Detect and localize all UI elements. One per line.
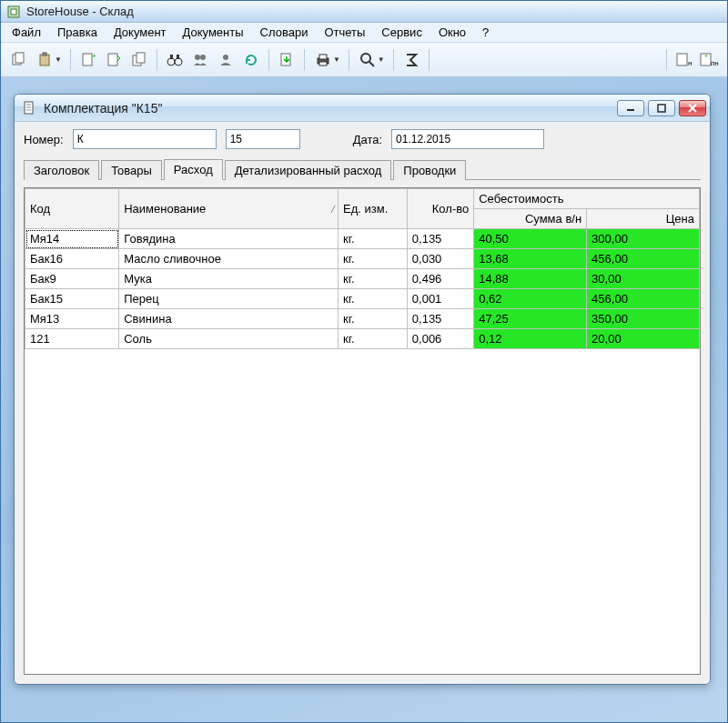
print-icon[interactable]: ▼ xyxy=(310,48,343,72)
cell-name[interactable]: Говядина xyxy=(119,229,339,249)
tab-3[interactable]: Детализированный расход xyxy=(225,160,392,180)
table-row[interactable]: Бак15Перецкг.0,0010,62456,00 xyxy=(25,289,700,309)
cell-price[interactable]: 350,00 xyxy=(587,309,700,329)
svg-text:н: н xyxy=(688,59,692,67)
cell-unit[interactable]: кг. xyxy=(339,329,408,349)
cell-unit[interactable]: кг. xyxy=(339,269,408,289)
cell-code[interactable]: Бак15 xyxy=(25,289,119,309)
cell-qty[interactable]: 0,135 xyxy=(407,309,473,329)
cell-price[interactable]: 456,00 xyxy=(587,289,700,309)
cell-unit[interactable]: кг. xyxy=(339,289,408,309)
tab-1[interactable]: Товары xyxy=(101,160,162,180)
cell-code[interactable]: Мя13 xyxy=(25,309,119,329)
zoom-icon[interactable]: ▼ xyxy=(355,48,388,72)
new-doc-plus-icon[interactable]: + xyxy=(76,48,100,72)
menu-dictionaries[interactable]: Словари xyxy=(253,24,316,41)
menu-service[interactable]: Сервис xyxy=(374,24,430,41)
cell-unit[interactable]: кг. xyxy=(339,229,408,249)
table-row[interactable]: 121Солькг.0,0060,1220,00 xyxy=(25,329,700,349)
number-prefix-input[interactable] xyxy=(73,129,217,149)
table-row[interactable]: Бак16Масло сливочноекг.0,03013,68456,00 xyxy=(25,249,700,269)
col-header-cost-group[interactable]: Себестоимость xyxy=(474,189,700,209)
cell-price[interactable]: 30,00 xyxy=(587,269,700,289)
users-icon[interactable] xyxy=(188,48,212,72)
toolbar-separator xyxy=(70,49,71,71)
dropdown-caret-icon: ▼ xyxy=(55,55,62,64)
binoculars-icon[interactable] xyxy=(163,48,187,72)
cell-sum[interactable]: 0,12 xyxy=(474,329,587,349)
cell-name[interactable]: Свинина xyxy=(119,309,339,329)
table-row[interactable]: Мя14Говядинакг.0,13540,50300,00 xyxy=(25,229,700,249)
cell-sum[interactable]: 47,25 xyxy=(474,309,587,329)
cell-qty[interactable]: 0,006 xyxy=(407,329,473,349)
refresh-icon[interactable] xyxy=(239,48,263,72)
cell-code[interactable]: Бак9 xyxy=(25,269,119,289)
cell-sum[interactable]: 14,88 xyxy=(474,269,587,289)
col-header-code[interactable]: Код xyxy=(25,189,119,229)
cell-sum[interactable]: 0,62 xyxy=(474,289,587,309)
cell-sum[interactable]: 40,50 xyxy=(474,229,587,249)
tab-0[interactable]: Заголовок xyxy=(24,160,99,180)
doc-pn-icon[interactable]: +пн xyxy=(698,48,722,72)
cell-sum[interactable]: 13,68 xyxy=(474,249,587,269)
cell-name[interactable]: Перец xyxy=(119,289,339,309)
menu-help[interactable]: ? xyxy=(475,24,496,41)
cell-code[interactable]: 121 xyxy=(25,329,119,349)
cell-unit[interactable]: кг. xyxy=(339,309,408,329)
minimize-button[interactable] xyxy=(617,100,644,116)
tab-4[interactable]: Проводки xyxy=(393,160,466,180)
table-row[interactable]: Бак9Мукакг.0,49614,8830,00 xyxy=(25,269,700,289)
menu-window[interactable]: Окно xyxy=(431,24,473,41)
menu-documents[interactable]: Документы xyxy=(176,24,251,41)
number-label: Номер: xyxy=(24,133,64,146)
col-header-price[interactable]: Цена xyxy=(587,209,700,229)
new-doc-arrow-icon[interactable] xyxy=(102,48,126,72)
cell-name[interactable]: Соль xyxy=(119,329,339,349)
child-body: Номер: Дата: ЗаголовокТоварыРасходДетали… xyxy=(15,122,710,684)
copy-icon[interactable] xyxy=(6,48,30,72)
maximize-button[interactable] xyxy=(648,100,675,116)
menu-document[interactable]: Документ xyxy=(106,24,174,41)
cell-qty[interactable]: 0,135 xyxy=(407,229,473,249)
cell-price[interactable]: 300,00 xyxy=(587,229,700,249)
app-icon xyxy=(6,5,21,19)
cell-qty[interactable]: 0,030 xyxy=(407,249,473,269)
user-group-icon[interactable] xyxy=(214,48,238,72)
tabstrip: ЗаголовокТоварыРасходДетализированный ра… xyxy=(24,158,701,180)
col-header-name[interactable]: Наименование ∕ xyxy=(119,189,339,229)
doc-n-icon[interactable]: н xyxy=(672,48,696,72)
data-grid[interactable]: Код Наименование ∕ Ед. изм. Кол-во Себес… xyxy=(25,188,700,349)
paste-icon[interactable]: ▼ xyxy=(32,48,65,72)
cell-qty[interactable]: 0,496 xyxy=(407,269,473,289)
svg-point-11 xyxy=(167,58,175,65)
menu-edit[interactable]: Правка xyxy=(50,24,105,41)
menu-reports[interactable]: Отчеты xyxy=(317,24,372,41)
col-header-unit[interactable]: Ед. изм. xyxy=(339,189,408,229)
close-button[interactable] xyxy=(679,100,706,116)
app-window: StoreHouse - Склад Файл Правка Документ … xyxy=(0,0,728,723)
menu-file[interactable]: Файл xyxy=(5,24,48,41)
svg-rect-5 xyxy=(43,53,46,55)
cell-price[interactable]: 20,00 xyxy=(587,329,700,349)
cell-name[interactable]: Масло сливочное xyxy=(119,249,339,269)
child-title: Комплектация "К15" xyxy=(44,101,610,115)
svg-line-23 xyxy=(369,62,374,66)
col-header-sum[interactable]: Сумма в/н xyxy=(474,209,587,229)
cell-qty[interactable]: 0,001 xyxy=(407,289,473,309)
copy-doc-icon[interactable] xyxy=(127,48,151,72)
grid-container: Код Наименование ∕ Ед. изм. Кол-во Себес… xyxy=(24,187,701,675)
tab-2[interactable]: Расход xyxy=(164,159,223,180)
table-row[interactable]: Мя13Свининакг.0,13547,25350,00 xyxy=(25,309,700,329)
cell-price[interactable]: 456,00 xyxy=(587,249,700,269)
cell-name[interactable]: Мука xyxy=(119,269,339,289)
number-value-input[interactable] xyxy=(226,129,300,149)
cell-code[interactable]: Мя14 xyxy=(25,229,119,249)
export-doc-icon[interactable] xyxy=(275,48,298,72)
sum-icon[interactable] xyxy=(399,48,423,72)
svg-rect-21 xyxy=(319,62,327,65)
cell-code[interactable]: Бак16 xyxy=(25,249,119,269)
dropdown-caret-icon: ▼ xyxy=(333,55,340,64)
date-input[interactable] xyxy=(391,129,544,149)
col-header-qty[interactable]: Кол-во xyxy=(407,189,473,229)
cell-unit[interactable]: кг. xyxy=(339,249,408,269)
